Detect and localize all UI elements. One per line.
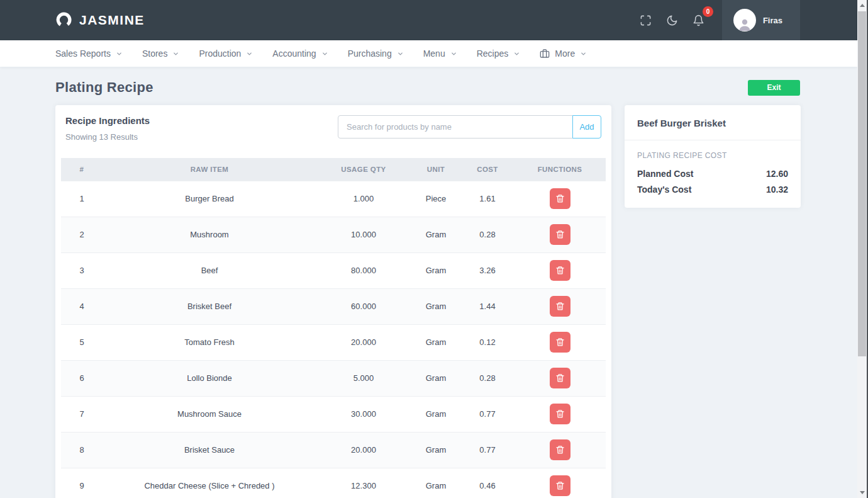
delete-ingredient-button[interactable] — [550, 224, 570, 245]
cell-functions — [514, 288, 606, 324]
ingredients-title: Recipe Ingredients — [65, 115, 150, 126]
delete-ingredient-button[interactable] — [550, 404, 570, 424]
cell-raw-item: Mushroom Sauce — [103, 396, 316, 432]
table-row: 3 Beef 80.000 Gram 3.26 — [61, 252, 606, 288]
nav-item-purchasing[interactable]: Purchasing — [348, 48, 404, 59]
cell-functions — [514, 360, 606, 396]
cell-functions — [514, 324, 606, 360]
cost-section-label: PLATING RECIPE COST — [637, 151, 788, 160]
trash-icon — [555, 266, 565, 275]
trash-icon — [555, 302, 565, 311]
trash-icon — [555, 445, 565, 455]
col-header-raw-item: RAW ITEM — [103, 158, 316, 181]
nav-item-label: Production — [199, 48, 241, 59]
trash-icon — [555, 481, 565, 490]
cell-raw-item: Mushroom — [103, 217, 316, 252]
cell-functions — [514, 217, 606, 252]
table-row: 4 Brisket Beef 60.000 Gram 1.44 — [61, 288, 606, 324]
table-row: 5 Tomato Fresh 20.000 Gram 0.12 — [61, 324, 606, 360]
trash-icon — [555, 194, 565, 203]
cell-unit: Piece — [411, 181, 461, 217]
results-count: Showing 13 Results — [65, 132, 150, 142]
chevron-down-icon — [513, 50, 520, 57]
topbar-actions: 0 Firas — [633, 0, 800, 40]
cost-value: 10.32 — [766, 184, 788, 195]
nav-item-production[interactable]: Production — [199, 48, 253, 59]
chevron-down-icon — [116, 50, 123, 57]
cell-num: 5 — [61, 324, 103, 360]
table-row: 1 Burger Bread 1.000 Piece 1.61 — [61, 181, 606, 217]
cell-raw-item: Lollo Bionde — [103, 360, 316, 396]
cell-num: 9 — [61, 468, 103, 498]
scroll-down-arrow[interactable] — [857, 487, 867, 498]
recipe-ingredients-card: Recipe Ingredients Showing 13 Results Ad… — [55, 105, 611, 498]
ingredients-table: # RAW ITEM USAGE QTY UNIT COST FUNCTIONS… — [61, 158, 606, 498]
user-menu[interactable]: Firas — [722, 0, 800, 40]
cell-unit: Gram — [411, 468, 461, 498]
cell-usage-qty: 5.000 — [316, 360, 411, 396]
cell-raw-item: Brisket Beef — [103, 288, 316, 324]
nav-item-label: Accounting — [272, 48, 316, 59]
nav-item-menu[interactable]: Menu — [423, 48, 457, 59]
delete-ingredient-button[interactable] — [550, 439, 570, 460]
nav-item-stores[interactable]: Stores — [142, 48, 179, 59]
bell-icon[interactable]: 0 — [686, 0, 712, 40]
cell-num: 3 — [61, 252, 103, 288]
nav-item-recipes[interactable]: Recipes — [477, 48, 521, 59]
cell-cost: 3.26 — [461, 252, 514, 288]
brand-name: JASMINE — [79, 13, 145, 28]
cell-num: 1 — [61, 181, 103, 217]
delete-ingredient-button[interactable] — [550, 188, 570, 209]
search-input[interactable] — [338, 115, 573, 139]
col-header-num: # — [61, 158, 103, 181]
table-row: 9 Cheddar Cheese (Slice + Chreded ) 12.3… — [61, 468, 606, 498]
cell-cost: 1.44 — [461, 288, 514, 324]
cell-cost: 0.12 — [461, 324, 514, 360]
cell-num: 6 — [61, 360, 103, 396]
delete-ingredient-button[interactable] — [550, 475, 570, 496]
table-row: 8 Brisket Sauce 20.000 Gram 0.77 — [61, 432, 606, 468]
cell-cost: 0.46 — [461, 468, 514, 498]
cell-cost: 0.28 — [461, 217, 514, 252]
jasmine-logo-icon — [55, 12, 72, 29]
col-header-functions: FUNCTIONS — [514, 158, 606, 181]
app-viewport: JASMINE 0 Firas Sales Reports — [0, 0, 857, 498]
cell-num: 4 — [61, 288, 103, 324]
exit-button[interactable]: Exit — [748, 80, 800, 96]
nav-item-accounting[interactable]: Accounting — [272, 48, 328, 59]
delete-ingredient-button[interactable] — [550, 260, 570, 281]
cell-num: 2 — [61, 217, 103, 252]
nav-item-label: Menu — [423, 48, 445, 59]
cell-usage-qty: 60.000 — [316, 288, 411, 324]
vertical-scrollbar[interactable] — [857, 0, 867, 498]
delete-ingredient-button[interactable] — [550, 332, 570, 353]
cell-usage-qty: 30.000 — [316, 396, 411, 432]
user-name: Firas — [763, 16, 782, 25]
notification-badge: 0 — [703, 6, 713, 17]
cell-functions — [514, 252, 606, 288]
nav-item-sales-reports[interactable]: Sales Reports — [55, 48, 123, 59]
moon-icon[interactable] — [659, 0, 686, 40]
cell-unit: Gram — [411, 324, 461, 360]
cell-cost: 0.77 — [461, 396, 514, 432]
cell-usage-qty: 80.000 — [316, 252, 411, 288]
fullscreen-icon[interactable] — [633, 0, 659, 40]
col-header-usage-qty: USAGE QTY — [316, 158, 411, 181]
trash-icon — [555, 230, 565, 239]
cell-raw-item: Beef — [103, 252, 316, 288]
delete-ingredient-button[interactable] — [550, 296, 570, 317]
cell-usage-qty: 10.000 — [316, 217, 411, 252]
add-button[interactable]: Add — [572, 115, 601, 139]
scroll-up-arrow[interactable] — [857, 0, 867, 11]
brand: JASMINE — [55, 12, 145, 29]
cell-unit: Gram — [411, 217, 461, 252]
table-row: 2 Mushroom 10.000 Gram 0.28 — [61, 217, 606, 252]
page: Plating Recipe Exit Recipe Ingredients S… — [0, 67, 857, 498]
delete-ingredient-button[interactable] — [550, 368, 570, 388]
cell-usage-qty: 12.300 — [316, 468, 411, 498]
chevron-down-icon — [580, 50, 587, 57]
scrollbar-thumb[interactable] — [858, 11, 866, 356]
nav-item-more[interactable]: More — [540, 48, 587, 59]
col-header-unit: UNIT — [411, 158, 461, 181]
cell-usage-qty: 20.000 — [316, 324, 411, 360]
